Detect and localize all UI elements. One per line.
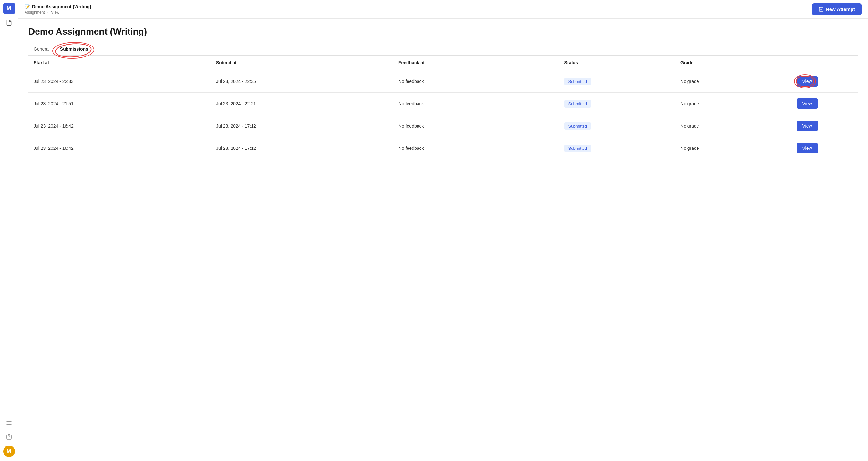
- cell-grade: No grade: [675, 93, 792, 115]
- view-btn-wrapper: View: [797, 121, 852, 131]
- table-row: Jul 23, 2024 - 21:51 Jul 23, 2024 - 22:2…: [28, 93, 858, 115]
- sidebar-top-avatar[interactable]: M: [3, 3, 15, 14]
- breadcrumb-view[interactable]: View: [51, 10, 59, 14]
- status-badge: Submitted: [564, 78, 591, 85]
- topbar: 📝 Demo Assignment (Writing) Assignment ·…: [18, 0, 868, 19]
- view-btn-wrapper: View: [797, 143, 852, 153]
- cell-grade: No grade: [675, 115, 792, 137]
- view-btn-wrapper: View: [797, 98, 852, 109]
- cell-start-at: Jul 23, 2024 - 21:51: [28, 93, 211, 115]
- cell-submit-at: Jul 23, 2024 - 17:12: [211, 137, 393, 159]
- user-avatar[interactable]: M: [3, 445, 15, 457]
- breadcrumb-separator: ·: [48, 10, 49, 14]
- col-header-action: [792, 56, 858, 70]
- cell-grade: No grade: [675, 70, 792, 93]
- sidebar-bottom: M: [3, 417, 15, 461]
- list-icon[interactable]: [3, 417, 15, 429]
- tab-general[interactable]: General: [28, 43, 55, 56]
- table-row: Jul 23, 2024 - 16:42 Jul 23, 2024 - 17:1…: [28, 115, 858, 137]
- view-button[interactable]: View: [797, 143, 818, 153]
- topbar-left: 📝 Demo Assignment (Writing) Assignment ·…: [25, 4, 91, 14]
- cell-submit-at: Jul 23, 2024 - 22:35: [211, 70, 393, 93]
- cell-feedback-at: No feedback: [393, 115, 559, 137]
- topbar-title-text: Demo Assignment (Writing): [32, 4, 91, 9]
- status-badge: Submitted: [564, 100, 591, 107]
- topbar-title: 📝 Demo Assignment (Writing): [25, 4, 91, 9]
- new-attempt-button[interactable]: New Attempt: [812, 3, 862, 15]
- cell-grade: No grade: [675, 137, 792, 159]
- help-icon[interactable]: [3, 431, 15, 443]
- tab-submissions[interactable]: Submissions: [55, 43, 93, 56]
- topbar-title-icon: 📝: [25, 4, 30, 9]
- new-attempt-icon: [818, 7, 824, 12]
- cell-feedback-at: No feedback: [393, 93, 559, 115]
- cell-status: Submitted: [559, 115, 676, 137]
- cell-start-at: Jul 23, 2024 - 22:33: [28, 70, 211, 93]
- cell-action: View: [792, 93, 858, 115]
- cell-start-at: Jul 23, 2024 - 16:42: [28, 115, 211, 137]
- view-button[interactable]: View: [797, 76, 818, 87]
- col-header-submit-at: Submit at: [211, 56, 393, 70]
- cell-action: View: [792, 70, 858, 93]
- document-icon[interactable]: [3, 17, 15, 28]
- status-badge: Submitted: [564, 122, 591, 130]
- table-header: Start at Submit at Feedback at Status Gr…: [28, 56, 858, 70]
- new-attempt-label: New Attempt: [826, 6, 855, 12]
- view-btn-wrapper: View: [797, 76, 818, 87]
- cell-action: View: [792, 137, 858, 159]
- main-content: 📝 Demo Assignment (Writing) Assignment ·…: [18, 0, 868, 461]
- view-button[interactable]: View: [797, 121, 818, 131]
- view-button[interactable]: View: [797, 98, 818, 109]
- cell-start-at: Jul 23, 2024 - 16:42: [28, 137, 211, 159]
- cell-status: Submitted: [559, 93, 676, 115]
- status-badge: Submitted: [564, 145, 591, 152]
- cell-feedback-at: No feedback: [393, 137, 559, 159]
- sidebar: M M: [0, 0, 18, 461]
- cell-submit-at: Jul 23, 2024 - 17:12: [211, 115, 393, 137]
- col-header-grade: Grade: [675, 56, 792, 70]
- breadcrumb: Assignment · View: [25, 10, 91, 14]
- page-content: Demo Assignment (Writing) General Submis…: [18, 19, 868, 461]
- table-body: Jul 23, 2024 - 22:33 Jul 23, 2024 - 22:3…: [28, 70, 858, 159]
- col-header-start-at: Start at: [28, 56, 211, 70]
- cell-status: Submitted: [559, 70, 676, 93]
- table-row: Jul 23, 2024 - 22:33 Jul 23, 2024 - 22:3…: [28, 70, 858, 93]
- cell-submit-at: Jul 23, 2024 - 22:21: [211, 93, 393, 115]
- cell-action: View: [792, 115, 858, 137]
- svg-point-3: [6, 434, 11, 440]
- table-row: Jul 23, 2024 - 16:42 Jul 23, 2024 - 17:1…: [28, 137, 858, 159]
- page-title: Demo Assignment (Writing): [28, 27, 858, 37]
- breadcrumb-assignment[interactable]: Assignment: [25, 10, 45, 14]
- tabs-bar: General Submissions: [28, 43, 858, 56]
- col-header-feedback-at: Feedback at: [393, 56, 559, 70]
- submissions-table: Start at Submit at Feedback at Status Gr…: [28, 56, 858, 159]
- cell-feedback-at: No feedback: [393, 70, 559, 93]
- col-header-status: Status: [559, 56, 676, 70]
- cell-status: Submitted: [559, 137, 676, 159]
